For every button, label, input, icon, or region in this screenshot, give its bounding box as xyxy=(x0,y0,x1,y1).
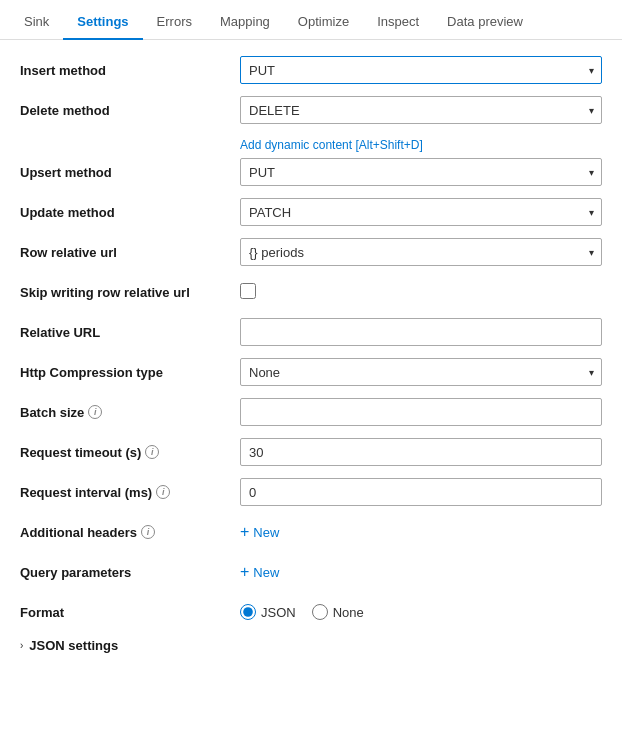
tabs-nav: Sink Settings Errors Mapping Optimize In… xyxy=(0,0,622,40)
query-parameters-control: + New xyxy=(240,564,602,580)
dynamic-content-link[interactable]: Add dynamic content [Alt+Shift+D] xyxy=(240,138,423,152)
http-compression-control: None GZip Deflate ▾ xyxy=(240,358,602,386)
request-interval-input[interactable] xyxy=(240,478,602,506)
json-settings-chevron-icon: › xyxy=(20,640,23,651)
tab-inspect[interactable]: Inspect xyxy=(363,0,433,39)
additional-headers-control: + New xyxy=(240,524,602,540)
row-relative-url-label: Row relative url xyxy=(20,245,240,260)
format-none-radio[interactable] xyxy=(312,604,328,620)
row-relative-url-control: {} periods None Custom ▾ xyxy=(240,238,602,266)
settings-content: Insert method PUT POST PATCH DELETE ▾ De… xyxy=(0,40,622,669)
insert-method-row: Insert method PUT POST PATCH DELETE ▾ xyxy=(20,56,602,84)
request-timeout-input[interactable] xyxy=(240,438,602,466)
upsert-method-control: PUT POST PATCH DELETE ▾ xyxy=(240,158,602,186)
tab-sink[interactable]: Sink xyxy=(10,0,63,39)
update-method-select[interactable]: PATCH PUT POST DELETE xyxy=(240,198,602,226)
delete-method-row: Delete method DELETE PUT POST PATCH ▾ xyxy=(20,96,602,124)
tab-settings[interactable]: Settings xyxy=(63,0,142,39)
insert-method-select[interactable]: PUT POST PATCH DELETE xyxy=(240,56,602,84)
tab-errors[interactable]: Errors xyxy=(143,0,206,39)
batch-size-control xyxy=(240,398,602,426)
insert-method-control: PUT POST PATCH DELETE ▾ xyxy=(240,56,602,84)
http-compression-select-wrapper: None GZip Deflate ▾ xyxy=(240,358,602,386)
tab-data-preview[interactable]: Data preview xyxy=(433,0,537,39)
tab-mapping[interactable]: Mapping xyxy=(206,0,284,39)
request-timeout-row: Request timeout (s) i xyxy=(20,438,602,466)
upsert-method-row: Upsert method PUT POST PATCH DELETE ▾ xyxy=(20,158,602,186)
format-json-text: JSON xyxy=(261,605,296,620)
relative-url-label: Relative URL xyxy=(20,325,240,340)
request-timeout-label: Request timeout (s) i xyxy=(20,445,240,460)
batch-size-label: Batch size i xyxy=(20,405,240,420)
insert-method-label: Insert method xyxy=(20,63,240,78)
row-relative-url-select-wrapper: {} periods None Custom ▾ xyxy=(240,238,602,266)
skip-writing-checkbox[interactable] xyxy=(240,283,256,299)
skip-writing-row: Skip writing row relative url xyxy=(20,278,602,306)
format-json-label[interactable]: JSON xyxy=(240,604,296,620)
additional-headers-row: Additional headers i + New xyxy=(20,518,602,546)
skip-writing-label: Skip writing row relative url xyxy=(20,285,240,300)
upsert-method-select[interactable]: PUT POST PATCH DELETE xyxy=(240,158,602,186)
query-parameters-row: Query parameters + New xyxy=(20,558,602,586)
request-interval-control xyxy=(240,478,602,506)
relative-url-control xyxy=(240,318,602,346)
http-compression-select[interactable]: None GZip Deflate xyxy=(240,358,602,386)
format-none-label[interactable]: None xyxy=(312,604,364,620)
request-timeout-info-icon: i xyxy=(145,445,159,459)
relative-url-row: Relative URL xyxy=(20,318,602,346)
additional-headers-new-button[interactable]: + New xyxy=(240,524,279,540)
format-radio-group: JSON None xyxy=(240,604,602,620)
upsert-method-label: Upsert method xyxy=(20,165,240,180)
request-interval-info-icon: i xyxy=(156,485,170,499)
request-interval-label: Request interval (ms) i xyxy=(20,485,240,500)
http-compression-label: Http Compression type xyxy=(20,365,240,380)
update-method-label: Update method xyxy=(20,205,240,220)
batch-size-info-icon: i xyxy=(88,405,102,419)
format-json-radio[interactable] xyxy=(240,604,256,620)
http-compression-row: Http Compression type None GZip Deflate … xyxy=(20,358,602,386)
upsert-method-select-wrapper: PUT POST PATCH DELETE ▾ xyxy=(240,158,602,186)
additional-headers-plus-icon: + xyxy=(240,524,249,540)
dynamic-content-indent xyxy=(20,136,240,152)
request-interval-row: Request interval (ms) i xyxy=(20,478,602,506)
tab-optimize[interactable]: Optimize xyxy=(284,0,363,39)
query-parameters-label: Query parameters xyxy=(20,565,240,580)
format-control: JSON None xyxy=(240,604,602,620)
additional-headers-info-icon: i xyxy=(141,525,155,539)
format-row: Format JSON None xyxy=(20,598,602,626)
query-parameters-plus-icon: + xyxy=(240,564,249,580)
row-relative-url-row: Row relative url {} periods None Custom … xyxy=(20,238,602,266)
delete-method-label: Delete method xyxy=(20,103,240,118)
skip-writing-control xyxy=(240,283,602,302)
json-settings-label: JSON settings xyxy=(29,638,118,653)
format-label: Format xyxy=(20,605,240,620)
update-method-row: Update method PATCH PUT POST DELETE ▾ xyxy=(20,198,602,226)
format-none-text: None xyxy=(333,605,364,620)
delete-method-select-wrapper: DELETE PUT POST PATCH ▾ xyxy=(240,96,602,124)
request-timeout-control xyxy=(240,438,602,466)
row-relative-url-select[interactable]: {} periods None Custom xyxy=(240,238,602,266)
json-settings-row[interactable]: › JSON settings xyxy=(20,638,602,653)
batch-size-input[interactable] xyxy=(240,398,602,426)
delete-method-select[interactable]: DELETE PUT POST PATCH xyxy=(240,96,602,124)
query-parameters-new-button[interactable]: + New xyxy=(240,564,279,580)
insert-method-select-wrapper: PUT POST PATCH DELETE ▾ xyxy=(240,56,602,84)
dynamic-content-row: Add dynamic content [Alt+Shift+D] xyxy=(20,136,602,152)
delete-method-control: DELETE PUT POST PATCH ▾ xyxy=(240,96,602,124)
relative-url-input[interactable] xyxy=(240,318,602,346)
update-method-select-wrapper: PATCH PUT POST DELETE ▾ xyxy=(240,198,602,226)
additional-headers-label: Additional headers i xyxy=(20,525,240,540)
batch-size-row: Batch size i xyxy=(20,398,602,426)
update-method-control: PATCH PUT POST DELETE ▾ xyxy=(240,198,602,226)
